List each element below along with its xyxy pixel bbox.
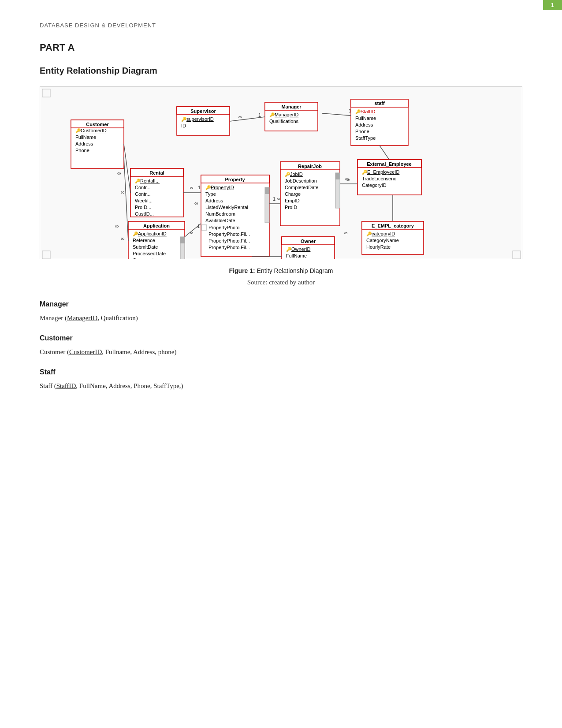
svg-text:Address: Address	[75, 141, 93, 146]
svg-text:E_EMPL_category: E_EMPL_category	[372, 223, 414, 228]
svg-text:RepairJob: RepairJob	[298, 164, 322, 169]
svg-text:Customer: Customer	[86, 122, 109, 127]
svg-text:JobID: JobID	[290, 172, 303, 177]
svg-text:PropertyPhoto: PropertyPhoto	[208, 225, 239, 230]
customer-text: Customer (CustomerID, Fullname, Address,…	[40, 348, 522, 356]
entity-manager-section: Manager Manager (ManagerID, Qualificatio…	[40, 300, 522, 322]
svg-text:Type: Type	[205, 191, 216, 197]
svg-text:EmpID: EmpID	[285, 198, 300, 203]
svg-text:TradeLicenseno: TradeLicenseno	[362, 176, 396, 181]
svg-text:∞: ∞	[117, 170, 121, 176]
svg-text:FullName: FullName	[355, 116, 376, 121]
svg-text:∞: ∞	[121, 235, 125, 242]
svg-text:PropertyPhoto.Fil...: PropertyPhoto.Fil...	[208, 245, 250, 250]
svg-text:Phone: Phone	[75, 148, 89, 153]
document-header: DATABASE DESIGN & DEVELOPMENT	[40, 22, 522, 29]
svg-text:Address: Address	[355, 122, 373, 127]
part-title: PART A	[40, 42, 522, 53]
svg-text:PropertyPhoto.Fil...: PropertyPhoto.Fil...	[208, 238, 250, 243]
svg-text:ProcessedDate: ProcessedDate	[133, 251, 166, 256]
svg-text:∞: ∞	[194, 200, 198, 206]
svg-text:ApplicationID: ApplicationID	[138, 231, 167, 236]
svg-text:Qualifications: Qualifications	[269, 119, 299, 124]
svg-text:categoryID: categoryID	[372, 231, 395, 236]
svg-text:CategoryName: CategoryName	[366, 238, 399, 243]
svg-text:PropertyPhoto.Fil...: PropertyPhoto.Fil...	[208, 231, 250, 237]
page-number: 1	[543, 0, 562, 10]
svg-text:PropertyID: PropertyID	[211, 185, 234, 190]
svg-text:FullName: FullName	[75, 134, 96, 140]
svg-text:AvailableDate: AvailableDate	[205, 218, 235, 223]
svg-rect-79	[335, 173, 340, 179]
svg-text:supervisorID: supervisorID	[186, 116, 214, 122]
manager-text: Manager (ManagerID, Qualification)	[40, 314, 522, 322]
figure-caption-bold: Figure 1:	[229, 267, 255, 274]
svg-text:1: 1	[349, 108, 351, 113]
svg-text:1: 1	[258, 112, 261, 118]
svg-text:Manager: Manager	[281, 104, 301, 109]
svg-text:∞: ∞	[238, 114, 242, 119]
svg-text:StaffType: StaffType	[355, 135, 376, 141]
figure-caption: Figure 1: Entity Relationship Diagram	[40, 267, 522, 274]
section-title: Entity Relationship Diagram	[40, 66, 522, 76]
svg-text:1: 1	[198, 185, 201, 190]
svg-text:∞: ∞	[121, 189, 125, 195]
svg-text:Contr...: Contr...	[135, 191, 150, 197]
svg-text:ProID: ProID	[285, 205, 297, 210]
svg-text:Phone: Phone	[355, 129, 369, 134]
entity-customer-section: Customer Customer (CustomerID, Fullname,…	[40, 334, 522, 356]
svg-text:StaffID: StaffID	[361, 109, 375, 114]
svg-text:Owner: Owner	[301, 239, 316, 244]
staff-pk: StaffID	[56, 382, 76, 389]
svg-text:Application: Application	[143, 223, 170, 228]
svg-text:Contr...: Contr...	[135, 185, 150, 190]
svg-text:WeekI...: WeekI...	[135, 198, 153, 203]
svg-text:OwnerID: OwnerID	[291, 246, 310, 252]
svg-text:HourlyRate: HourlyRate	[366, 244, 391, 250]
svg-text:CompletedDate: CompletedDate	[285, 185, 318, 190]
svg-text:External_Employee: External_Employee	[367, 161, 412, 167]
svg-text:∞: ∞	[115, 223, 119, 229]
svg-text:1: 1	[273, 196, 275, 202]
figure-source: Source: created by author	[40, 279, 522, 286]
svg-rect-50	[180, 237, 185, 243]
staff-text: Staff (StaffID, FullName, Address, Phone…	[40, 382, 522, 390]
entity-staff-section: Staff Staff (StaffID, FullName, Address,…	[40, 368, 522, 390]
svg-rect-61	[201, 225, 207, 230]
manager-pk: ManagerID	[67, 314, 97, 321]
svg-text:CustomerID: CustomerID	[81, 128, 107, 133]
svg-text:∞: ∞	[190, 185, 194, 190]
svg-text:∞: ∞	[277, 196, 280, 202]
svg-text:ID: ID	[181, 123, 186, 128]
svg-text:1: 1	[197, 224, 200, 229]
svg-text:SubmitDate: SubmitDate	[133, 244, 158, 250]
svg-text:ManagerID: ManagerID	[275, 112, 298, 117]
svg-text:Charge: Charge	[285, 191, 301, 197]
svg-text:∞: ∞	[190, 230, 194, 235]
svg-text:E_EmployeeID: E_EmployeeID	[367, 169, 399, 175]
manager-heading: Manager	[40, 300, 522, 308]
svg-text:JobDescription: JobDescription	[285, 178, 317, 183]
svg-text:staff: staff	[374, 101, 385, 106]
svg-text:FullName: FullName	[286, 253, 307, 258]
svg-rect-67	[265, 187, 269, 194]
svg-text:RentalI...: RentalI...	[140, 178, 160, 183]
svg-text:CustID...: CustID...	[135, 211, 154, 217]
page: 1 DATABASE DESIGN & DEVELOPMENT PART A E…	[0, 0, 562, 728]
svg-text:∞: ∞	[344, 230, 348, 235]
svg-text:ListedWeeklyRental: ListedWeeklyRental	[205, 205, 248, 210]
customer-pk: CustomerID	[69, 348, 102, 355]
svg-text:ProID...: ProID...	[135, 205, 151, 210]
erd-diagram: Customer 🔑 CustomerID FullName Address P…	[40, 86, 522, 259]
svg-text:Property: Property	[225, 177, 245, 182]
svg-text:CategoryID: CategoryID	[362, 183, 387, 188]
svg-text:NumBedroom: NumBedroom	[205, 211, 235, 217]
customer-heading: Customer	[40, 334, 522, 342]
svg-text:Comments: Comments	[133, 258, 156, 259]
svg-text:Reference: Reference	[133, 238, 155, 243]
svg-text:Supervisor: Supervisor	[190, 108, 216, 114]
svg-text:Rental: Rental	[149, 170, 164, 175]
staff-heading: Staff	[40, 368, 522, 376]
svg-text:∞: ∞	[345, 176, 349, 182]
figure-caption-text: Entity Relationship Diagram	[255, 267, 333, 274]
